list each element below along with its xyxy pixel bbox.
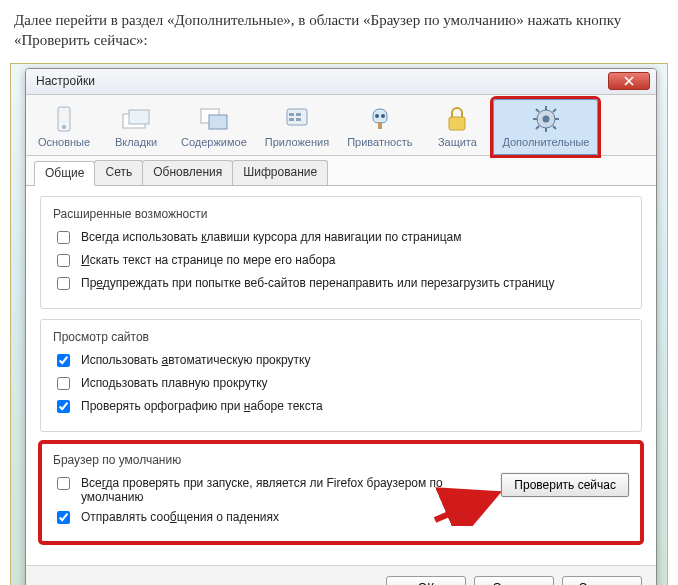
checkbox-label: Исподьзовать плавную прокрутку <box>81 376 268 390</box>
category-label: Основные <box>37 136 91 148</box>
opt-check-default[interactable]: Всегда проверять при запуске, является л… <box>53 473 491 507</box>
svg-rect-10 <box>296 118 301 121</box>
instruction-text: Далее перейти в раздел «Дополнительные»,… <box>0 0 678 57</box>
category-label: Содержимое <box>181 136 247 148</box>
svg-point-11 <box>375 114 379 118</box>
svg-line-22 <box>553 126 556 129</box>
applications-icon <box>265 104 329 134</box>
svg-rect-5 <box>209 115 227 129</box>
group-browsing: Просмотр сайтов Использовать автоматичес… <box>40 319 642 432</box>
group-legend: Просмотр сайтов <box>53 330 629 344</box>
category-label: Дополнительные <box>502 136 589 148</box>
category-toolbar: Основные Вкладки Содержимое Приложения <box>26 95 656 156</box>
dialog-footer: ОК Отмена Справка <box>26 565 656 586</box>
checkbox-label: Всегда проверять при запуске, является л… <box>81 476 491 504</box>
checkbox-label: Предупреждать при попытке веб-сайтов пер… <box>81 276 554 290</box>
svg-point-12 <box>381 114 385 118</box>
svg-rect-14 <box>449 117 465 130</box>
window-title: Настройки <box>36 74 608 88</box>
titlebar: Настройки <box>26 69 656 95</box>
group-legend: Расширенные возможности <box>53 207 629 221</box>
checkbox-label: Использовать автоматическую прокрутку <box>81 353 310 367</box>
svg-rect-9 <box>289 118 294 121</box>
checkbox-label: Всегда использовать клавиши курсора для … <box>81 230 462 244</box>
svg-line-24 <box>536 126 539 129</box>
help-button[interactable]: Справка <box>562 576 642 586</box>
content-icon <box>181 104 247 134</box>
category-security[interactable]: Защита <box>421 99 493 155</box>
opt-crash-reports[interactable]: Отправлять сообщения о падениях <box>53 507 491 530</box>
group-accessibility: Расширенные возможности Всегда использов… <box>40 196 642 309</box>
category-label: Защита <box>430 136 484 148</box>
opt-smooth-scroll[interactable]: Исподьзовать плавную прокрутку <box>53 373 629 396</box>
settings-window: Настройки Основные Вкладки <box>25 68 657 586</box>
svg-point-1 <box>62 125 66 129</box>
svg-point-16 <box>542 115 549 122</box>
privacy-icon <box>347 104 412 134</box>
checkbox-label: Отправлять сообщения о падениях <box>81 510 279 524</box>
svg-rect-3 <box>129 110 149 124</box>
svg-rect-6 <box>287 109 307 125</box>
gear-icon <box>502 104 589 134</box>
opt-cursor-keys[interactable]: Всегда использовать клавиши курсора для … <box>53 227 629 250</box>
settings-panel: Расширенные возможности Всегда использов… <box>26 186 656 565</box>
opt-autoscroll[interactable]: Использовать автоматическую прокрутку <box>53 350 629 373</box>
opt-spellcheck[interactable]: Проверять орфографию при наборе текста <box>53 396 629 419</box>
category-tabs[interactable]: Вкладки <box>100 99 172 155</box>
tab-updates[interactable]: Обновления <box>142 160 233 185</box>
category-privacy[interactable]: Приватность <box>338 99 421 155</box>
lock-icon <box>430 104 484 134</box>
tabs-icon <box>109 104 163 134</box>
close-icon <box>624 76 634 86</box>
category-label: Вкладки <box>109 136 163 148</box>
svg-rect-8 <box>296 113 301 116</box>
group-default-browser: Браузер по умолчанию Всегда проверять пр… <box>40 442 642 543</box>
category-label: Приложения <box>265 136 329 148</box>
tab-network[interactable]: Сеть <box>94 160 143 185</box>
svg-line-21 <box>536 109 539 112</box>
ok-button[interactable]: ОК <box>386 576 466 586</box>
category-general[interactable]: Основные <box>28 99 100 155</box>
category-label: Приватность <box>347 136 412 148</box>
desktop-background: Настройки Основные Вкладки <box>10 63 668 586</box>
checkbox-label: Искать текст на странице по мере его наб… <box>81 253 336 267</box>
close-button[interactable] <box>608 72 650 90</box>
subtab-strip: Общие Сеть Обновления Шифрование <box>26 156 656 186</box>
svg-line-23 <box>553 109 556 112</box>
group-legend: Браузер по умолчанию <box>53 453 629 467</box>
general-icon <box>37 104 91 134</box>
tab-encryption[interactable]: Шифрование <box>232 160 328 185</box>
cancel-button[interactable]: Отмена <box>474 576 554 586</box>
tab-general[interactable]: Общие <box>34 161 95 186</box>
category-applications[interactable]: Приложения <box>256 99 338 155</box>
checkbox-label: Проверять орфографию при наборе текста <box>81 399 323 413</box>
category-advanced[interactable]: Дополнительные <box>493 99 598 155</box>
category-content[interactable]: Содержимое <box>172 99 256 155</box>
opt-warn-redirect[interactable]: Предупреждать при попытке веб-сайтов пер… <box>53 273 629 296</box>
check-now-button[interactable]: Проверить сейчас <box>501 473 629 497</box>
svg-rect-7 <box>289 113 294 116</box>
opt-search-typeahead[interactable]: Искать текст на странице по мере его наб… <box>53 250 629 273</box>
svg-rect-13 <box>378 122 382 129</box>
